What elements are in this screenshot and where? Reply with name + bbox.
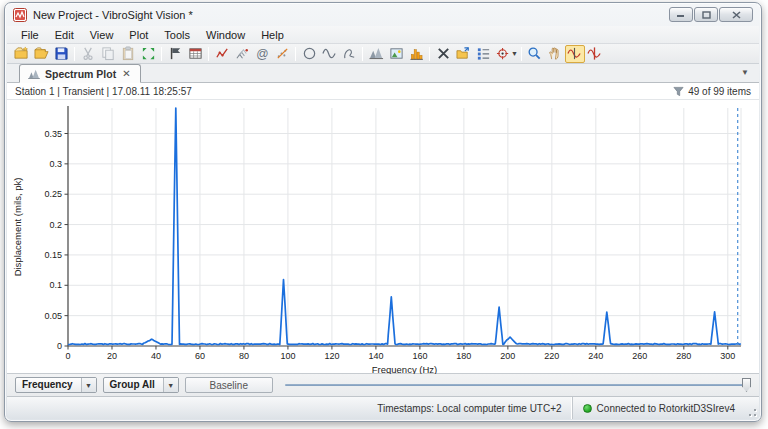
single-cursor-icon[interactable] [585, 45, 605, 63]
image-plot-icon[interactable] [386, 45, 406, 63]
resize-grip[interactable] [745, 397, 759, 419]
y-tick-label: 0.15 [44, 250, 62, 260]
toolbar-separator [74, 47, 75, 61]
y-tick-label: 0.1 [49, 280, 62, 290]
properties-icon[interactable] [473, 45, 493, 63]
spectrum-plot-icon[interactable] [366, 45, 386, 63]
target-dropdown-icon[interactable] [493, 45, 513, 63]
x-tick-label: 160 [412, 351, 427, 361]
x-tick-label: 60 [195, 351, 205, 361]
toolbar-separator [295, 47, 296, 61]
y-axis-title: Displacement (mils, pk) [12, 178, 23, 277]
y-tick-label: 0.35 [44, 129, 62, 139]
polar-plot-icon[interactable] [299, 45, 319, 63]
menu-file[interactable]: File [13, 27, 47, 43]
delete-icon[interactable] [433, 45, 453, 63]
orbit-plot-icon[interactable]: @ [252, 45, 272, 63]
slider-thumb[interactable] [742, 378, 751, 392]
menu-view[interactable]: View [82, 27, 122, 43]
baseline-button[interactable]: Baseline [185, 377, 273, 393]
dropdown-caret-icon[interactable]: ▼ [81, 378, 96, 392]
menu-plot[interactable]: Plot [121, 27, 156, 43]
spectrum-chart[interactable]: 0204060801001201401601802002202402602803… [7, 100, 759, 373]
menu-tools[interactable]: Tools [156, 27, 198, 43]
signal-cursor-icon[interactable] [565, 45, 585, 63]
scatter-plot-icon[interactable] [272, 45, 292, 63]
x-tick-label: 40 [151, 351, 161, 361]
x-tick-label: 200 [500, 351, 515, 361]
timestamps-status: Timestamps: Local computer time UTC+2 [367, 397, 571, 419]
x-tick-label: 20 [107, 351, 117, 361]
bottom-controls: Frequency ▼ Group All ▼ Baseline [7, 374, 759, 396]
fit-to-window-icon[interactable] [138, 45, 158, 63]
y-tick-label: 0.2 [49, 220, 62, 230]
flag-icon[interactable] [165, 45, 185, 63]
dropdown-caret-icon[interactable]: ▼ [163, 378, 178, 392]
waterfall-plot-icon[interactable] [232, 45, 252, 63]
open-project-icon[interactable] [31, 45, 51, 63]
menu-window[interactable]: Window [198, 27, 253, 43]
y-tick-label: 0 [57, 341, 62, 351]
menu-help[interactable]: Help [253, 27, 292, 43]
tab-close-icon[interactable]: ✕ [121, 69, 131, 79]
axis-mode-dropdown[interactable]: Frequency ▼ [15, 377, 97, 393]
histogram-plot-icon[interactable] [406, 45, 426, 63]
y-tick-label: 0.05 [44, 311, 62, 321]
x-tick-label: 240 [588, 351, 603, 361]
app-window: New Project - VibroSight Vision * FileEd… [4, 2, 762, 422]
x-tick-label: 100 [280, 351, 295, 361]
zoom-icon[interactable] [525, 45, 545, 63]
time-slider[interactable] [285, 377, 751, 393]
y-tick-label: 0.25 [44, 189, 62, 199]
close-button[interactable] [719, 7, 753, 22]
copy-icon[interactable] [98, 45, 118, 63]
toolbar-separator [521, 47, 522, 61]
x-tick-label: 80 [239, 351, 249, 361]
y-tick-label: 0.3 [49, 159, 62, 169]
toolbar-separator [429, 47, 430, 61]
tab-strip: Spectrum Plot ✕ ▼ [7, 64, 759, 83]
toolbar: @▼ [7, 44, 759, 64]
x-tick-label: 260 [632, 351, 647, 361]
new-project-icon[interactable] [11, 45, 31, 63]
filter-icon[interactable] [673, 86, 684, 97]
x-tick-label: 300 [720, 351, 735, 361]
trend-plot-icon[interactable] [212, 45, 232, 63]
title-bar[interactable]: New Project - VibroSight Vision * [5, 3, 761, 26]
status-bar: Timestamps: Local computer time UTC+2 Co… [7, 396, 759, 419]
x-tick-label: 120 [324, 351, 339, 361]
maximize-button[interactable] [694, 7, 718, 22]
app-logo-icon [13, 8, 27, 22]
sketch-icon[interactable] [339, 45, 359, 63]
axis-mode-value: Frequency [16, 378, 81, 392]
spectrum-tab-icon [28, 69, 40, 79]
waveform-plot-icon[interactable] [319, 45, 339, 63]
connection-status: Connected to RotorkitD3SIrev4 [572, 397, 745, 419]
minimize-button[interactable] [669, 7, 693, 22]
menu-bar: FileEditViewPlotToolsWindowHelp [7, 26, 759, 44]
tab-label: Spectrum Plot [45, 68, 116, 80]
paste-icon[interactable] [118, 45, 138, 63]
toolbar-separator [161, 47, 162, 61]
target-dropdown-caret-icon[interactable]: ▼ [511, 50, 518, 57]
x-tick-label: 140 [368, 351, 383, 361]
x-tick-label: 0 [65, 351, 70, 361]
data-table-icon[interactable] [185, 45, 205, 63]
window-title: New Project - VibroSight Vision * [33, 9, 193, 21]
plot-info-row: Station 1 | Transient | 17.08.11 18:25:5… [7, 83, 759, 100]
x-tick-label: 180 [456, 351, 471, 361]
cut-icon[interactable] [78, 45, 98, 63]
save-icon[interactable] [51, 45, 71, 63]
connected-dot-icon [583, 404, 592, 413]
tab-spectrum-plot[interactable]: Spectrum Plot ✕ [19, 64, 141, 83]
x-tick-label: 280 [676, 351, 691, 361]
tab-overflow-icon[interactable]: ▼ [741, 68, 749, 77]
slider-track[interactable] [285, 384, 747, 386]
menu-edit[interactable]: Edit [47, 27, 82, 43]
toolbar-separator [362, 47, 363, 61]
toolbar-separator [208, 47, 209, 61]
pan-icon[interactable] [545, 45, 565, 63]
group-mode-dropdown[interactable]: Group All ▼ [103, 377, 179, 393]
export-icon[interactable] [453, 45, 473, 63]
x-tick-label: 220 [544, 351, 559, 361]
